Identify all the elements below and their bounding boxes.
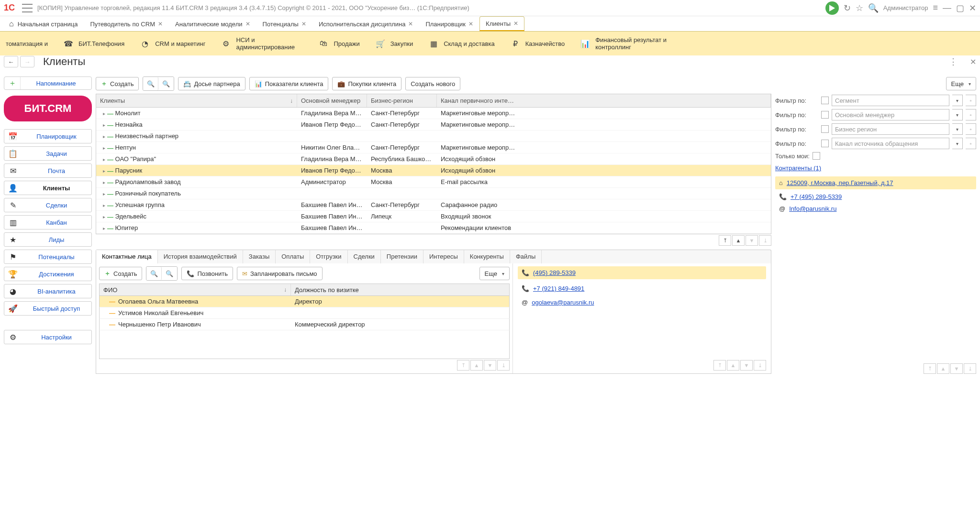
minimize-icon[interactable]: — <box>943 3 951 13</box>
close-window-icon[interactable]: ✕ <box>969 3 976 13</box>
scroll-down-icon[interactable]: ▼ <box>950 363 963 374</box>
scroll-top-icon[interactable]: ⤒ <box>457 360 469 371</box>
detail-tab[interactable]: Файлы <box>510 250 542 263</box>
dropdown-icon[interactable]: ▾ <box>952 123 963 135</box>
section-automation[interactable]: томатизация и <box>6 40 48 47</box>
create-button[interactable]: ＋Создать <box>96 77 139 90</box>
scroll-bottom-icon[interactable]: ⤓ <box>497 360 510 371</box>
tab-analytic-models[interactable]: Аналитические модели ✕ <box>169 16 256 31</box>
create-new-button[interactable]: Создать нового <box>405 77 460 90</box>
email-link[interactable]: Info@parusnik.ru <box>789 205 836 212</box>
close-icon[interactable]: ✕ <box>468 21 473 27</box>
section-finresult[interactable]: 📊Финансовый результат и контроллинг <box>580 36 681 51</box>
scroll-bottom-icon[interactable]: ⤓ <box>754 360 766 371</box>
filter-channel-input[interactable]: Канал источника обращения <box>832 138 949 149</box>
detail-tab[interactable]: Конкуренты <box>464 250 510 263</box>
scroll-top-icon[interactable]: ⤒ <box>924 363 936 374</box>
user-name[interactable]: Администратор <box>883 4 928 11</box>
table-row[interactable]: ▸— Неизвестный партнер <box>96 131 771 142</box>
close-icon[interactable]: ✕ <box>158 21 163 27</box>
contact-clear-find-button[interactable]: 🔍 <box>162 267 177 280</box>
detail-tab[interactable]: История взаимодействий <box>158 250 243 263</box>
section-treasury[interactable]: ₽Казначейство <box>510 38 565 49</box>
sidebar-item-potentials[interactable]: ⚑Потенциалы <box>4 250 92 264</box>
more-button[interactable]: Еще <box>946 77 976 90</box>
scroll-bottom-icon[interactable]: ⤓ <box>964 363 976 374</box>
section-sales[interactable]: 🛍Продажи <box>318 38 359 49</box>
page-menu-icon[interactable]: ⋮ <box>949 56 958 67</box>
table-row[interactable]: ▸— Радиоламповый заводАдминистраторМоскв… <box>96 176 771 188</box>
scroll-bottom-icon[interactable]: ⤓ <box>759 235 771 246</box>
contact-create-button[interactable]: ＋Создать <box>99 267 142 280</box>
favorite-icon[interactable]: ☆ <box>856 3 863 13</box>
contact-row[interactable]: — Оголаева Ольга МатвеевнаДиректор <box>99 296 510 307</box>
col-region[interactable]: Бизнес-регион <box>367 94 437 107</box>
phone-link[interactable]: (495) 289-5339 <box>533 269 576 276</box>
table-row[interactable]: ▸— НептунНикитин Олег Влади…Санкт-Петерб… <box>96 142 771 153</box>
search-icon[interactable]: 🔍 <box>868 3 879 13</box>
tab-potentials[interactable]: Потенциалы ✕ <box>256 16 312 31</box>
plan-letter-button[interactable]: ✉Запланировать письмо <box>237 267 323 280</box>
table-row[interactable]: ▸— Розничный покупатель <box>96 188 771 199</box>
clear-find-button[interactable]: 🔍 <box>158 77 174 90</box>
page-close-icon[interactable]: ✕ <box>970 57 976 66</box>
close-icon[interactable]: ✕ <box>513 20 518 27</box>
section-nsi-admin[interactable]: ⚙НСИ и администрирование <box>221 36 303 51</box>
history-icon[interactable]: ↻ <box>844 3 851 13</box>
scroll-up-icon[interactable]: ▲ <box>727 360 739 371</box>
dropdown-icon[interactable]: ▾ <box>952 109 963 120</box>
tab-crm-guide[interactable]: Путеводитель по CRM ✕ <box>84 16 169 31</box>
nav-forward-button[interactable]: → <box>20 56 34 67</box>
scroll-up-icon[interactable]: ▲ <box>937 363 949 374</box>
tab-home[interactable]: ⌂ Начальная страница <box>3 16 84 31</box>
open-icon[interactable]: ▫ <box>966 95 976 106</box>
sidebar-item-clients[interactable]: 👤Клиенты <box>4 181 92 195</box>
table-row[interactable]: ▸— Успешная группаБахшиев Павел Инн…Санк… <box>96 199 771 211</box>
indicators-button[interactable]: 📊Показатели клиента <box>249 77 329 90</box>
contact-find-button[interactable]: 🔍 <box>146 267 162 280</box>
main-menu-icon[interactable] <box>22 4 33 12</box>
bitcrm-brand[interactable]: БИТ.CRM <box>4 96 92 121</box>
filter-segment-input[interactable]: Сегмент <box>832 95 949 106</box>
tab-discipline[interactable]: Исполнительская дисциплина ✕ <box>312 16 420 31</box>
detail-tab[interactable]: Заказы <box>243 250 276 263</box>
contacts-more-button[interactable]: Еще <box>479 267 510 280</box>
detail-tab[interactable]: Сделки <box>348 250 381 263</box>
table-row[interactable]: ▸— ПарусникИванов Петр Федор…МоскваИсход… <box>96 165 771 176</box>
tab-planner[interactable]: Планировщик ✕ <box>419 16 479 31</box>
filter-segment-checkbox[interactable] <box>821 97 829 104</box>
sidebar-item-bi[interactable]: ◕BI-аналитика <box>4 284 92 298</box>
sidebar-item-leads[interactable]: ★Лиды <box>4 232 92 247</box>
col-channel[interactable]: Канал первичного инте… <box>437 94 771 107</box>
sidebar-item-deals[interactable]: ✎Сделки <box>4 198 92 212</box>
section-purchases[interactable]: 🛒Закупки <box>375 38 413 49</box>
table-row[interactable]: ▸— ОАО "Рапира"Гладилина Вера Мих…Респуб… <box>96 153 771 165</box>
dropdown-icon[interactable]: ▾ <box>952 138 963 149</box>
detail-tab[interactable]: Претензии <box>381 250 423 263</box>
table-row[interactable]: ▸— МонолитГладилина Вера Мих…Санкт-Петер… <box>96 108 771 119</box>
detail-tab[interactable]: Отгрузки <box>310 250 347 263</box>
table-row[interactable]: ▸— НезнайкаИванов Петр Федор…Санкт-Петер… <box>96 119 771 131</box>
counterparties-link[interactable]: Контрагенты (1) <box>775 164 821 172</box>
detail-tab[interactable]: Контактные лица <box>96 250 158 264</box>
email-link[interactable]: ogolaeva@parusnik.ru <box>532 299 594 306</box>
scroll-up-icon[interactable]: ▲ <box>732 235 745 246</box>
sidebar-item-planner[interactable]: 📅Планировщик <box>4 129 92 143</box>
run-button[interactable] <box>825 1 839 15</box>
purchases-button[interactable]: 💼Покупки клиента <box>332 77 401 90</box>
phone-link[interactable]: +7 (921) 849-4891 <box>533 285 584 292</box>
filter-manager-checkbox[interactable] <box>821 111 829 119</box>
sidebar-item-achievements[interactable]: 🏆Достижения <box>4 267 92 281</box>
col-position[interactable]: Должность по визитке <box>291 286 509 294</box>
open-icon[interactable]: ▫ <box>966 109 976 120</box>
dropdown-icon[interactable]: ▾ <box>952 95 963 106</box>
detail-tab[interactable]: Оплаты <box>276 250 310 263</box>
sidebar-item-tasks[interactable]: 📋Задачи <box>4 146 92 161</box>
col-fio[interactable]: ФИО↓ <box>100 284 291 295</box>
tab-clients[interactable]: Клиенты ✕ <box>479 16 524 31</box>
dossier-button[interactable]: 📇Досье партнера <box>178 77 245 90</box>
table-row[interactable]: ▸— ЮпитерБахшиев Павел Инн…Рекомендации … <box>96 222 771 234</box>
close-icon[interactable]: ✕ <box>408 21 413 27</box>
contact-row[interactable]: — Устимов Николай Евгеньевич <box>99 307 510 319</box>
filter-manager-input[interactable]: Основной менеджер <box>832 109 949 120</box>
